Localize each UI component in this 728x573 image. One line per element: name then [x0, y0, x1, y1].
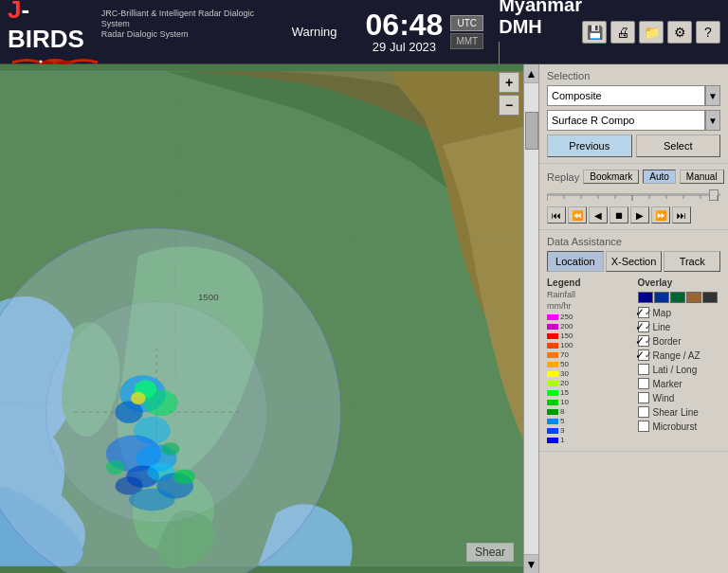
next-frame-button[interactable]: ⏩	[651, 206, 670, 224]
svg-point-22	[161, 442, 179, 456]
prev-select-row: Previous Select	[547, 134, 720, 157]
overlay-wind: Wind	[638, 392, 721, 403]
auto-button[interactable]: Auto	[643, 170, 676, 184]
map-checkbox[interactable]: ✓	[638, 307, 649, 318]
marker-checkbox[interactable]	[638, 378, 649, 389]
overlay-marker: Marker	[638, 378, 721, 389]
scroll-down-button[interactable]: ▼	[524, 554, 538, 573]
scrollbar-thumb[interactable]	[525, 112, 538, 150]
legend-col: Legend Rainfall mm/hr 250 200 150 100 70…	[547, 278, 630, 445]
logo-area: J-BIRDS JRC-Brilliant & Intelligent Rada…	[0, 0, 273, 73]
warning-area: Warning	[292, 25, 337, 39]
overlay-microburst: Microburst	[638, 421, 721, 432]
swatch-5[interactable]	[702, 292, 718, 303]
utc-button[interactable]: UTC	[450, 15, 483, 31]
overlay-title: Overlay	[638, 278, 721, 288]
wind-checkbox[interactable]	[638, 392, 649, 403]
skip-start-button[interactable]: ⏮	[547, 206, 566, 224]
shear-line-checkbox[interactable]	[638, 406, 649, 418]
overlay-lati-long: Lati / Long	[638, 364, 721, 375]
header: J-BIRDS JRC-Brilliant & Intelligent Rada…	[0, 0, 728, 64]
step-back-button[interactable]: ◀	[589, 206, 608, 224]
time-area: 06:48 29 Jul 2023	[366, 9, 444, 54]
map-label: Map	[653, 308, 671, 318]
svg-point-19	[129, 489, 175, 510]
time-display: 06:48	[366, 9, 444, 40]
replay-slider-area[interactable]	[547, 188, 720, 203]
svg-point-20	[173, 469, 195, 484]
swatch-1[interactable]	[638, 292, 653, 303]
data-assistance-section: Data Assistance Location X-Section Track…	[539, 230, 728, 452]
prev-frame-button[interactable]: ⏪	[568, 206, 587, 224]
main: 1500 + − Shear ▲ ▼	[0, 64, 728, 573]
map-scrollbar[interactable]: ▲ ▼	[523, 64, 538, 573]
play-button[interactable]: ▶	[630, 206, 649, 224]
toolbar: 💾 🖨 📁 ⚙ ?	[582, 21, 728, 44]
line-checkbox[interactable]: ✓	[638, 321, 649, 332]
logo-title: J-BIRDS	[8, 0, 96, 54]
sidebar: Selection Composite ▼ Surface R Compo ▼ …	[538, 64, 728, 573]
legend-entries: 250 200 150 100 70 50 30 20 15 10 8 5	[547, 313, 630, 444]
range-az-label: Range / AZ	[653, 350, 701, 361]
replay-ticks	[547, 195, 722, 203]
replay-header: Replay Bookmark Auto Manual	[547, 170, 720, 184]
map-area[interactable]: 1500 + − Shear	[0, 64, 523, 573]
composite-arrow[interactable]: ▼	[705, 85, 720, 106]
composite-select[interactable]: Composite	[547, 85, 705, 106]
previous-button[interactable]: Previous	[547, 134, 632, 157]
logo-subtitle-bot: Radar Dialogic System	[101, 29, 265, 40]
color-swatches	[638, 292, 721, 303]
svg-point-1	[40, 60, 43, 63]
border-checkbox[interactable]: ✓	[638, 335, 649, 347]
save-button[interactable]: 💾	[582, 21, 607, 44]
swatch-3[interactable]	[670, 292, 685, 303]
surface-arrow[interactable]: ▼	[705, 110, 720, 131]
lati-long-label: Lati / Long	[653, 365, 698, 375]
logo-subtitle-top: JRC-Brilliant & Intelligent Radar Dialog…	[101, 9, 265, 29]
replay-section: Replay Bookmark Auto Manual	[539, 164, 728, 230]
bookmark-button[interactable]: Bookmark	[583, 170, 639, 184]
location-tab[interactable]: Location	[547, 251, 604, 272]
manual-button[interactable]: Manual	[680, 170, 724, 184]
playback-controls: ⏮ ⏪ ◀ ⏹ ▶ ⏩ ⏭	[547, 206, 720, 224]
help-button[interactable]: ?	[696, 21, 720, 44]
swatch-4[interactable]	[686, 292, 701, 303]
track-tab[interactable]: Track	[664, 251, 720, 272]
replay-label: Replay	[547, 171, 579, 183]
swatch-2[interactable]	[654, 292, 669, 303]
shear-line-label: Shear Line	[653, 407, 699, 418]
zoom-out-button[interactable]: −	[499, 95, 519, 116]
mmt-button[interactable]: MMT	[450, 33, 483, 49]
print-button[interactable]: 🖨	[610, 21, 635, 44]
legend-overlay: Legend Rainfall mm/hr 250 200 150 100 70…	[547, 278, 720, 445]
warning-label: Warning	[292, 25, 337, 39]
svg-text:1500: 1500	[198, 292, 219, 302]
skip-end-button[interactable]: ⏭	[672, 206, 691, 224]
x-section-tab[interactable]: X-Section	[606, 251, 663, 272]
border-label: Border	[653, 336, 682, 347]
marker-label: Marker	[653, 379, 682, 389]
composite-row: Composite ▼	[547, 85, 720, 106]
surface-select[interactable]: Surface R Compo	[547, 110, 705, 131]
zoom-controls: + −	[499, 72, 519, 117]
station-name: Myanmar DMH	[499, 0, 582, 38]
data-tabs: Location X-Section Track	[547, 251, 720, 272]
settings-button[interactable]: ⚙	[667, 21, 692, 44]
select-button[interactable]: Select	[636, 134, 721, 157]
station-area: Myanmar DMH	[499, 0, 582, 70]
scroll-up-button[interactable]: ▲	[524, 64, 538, 83]
overlay-border: ✓ Border	[638, 335, 721, 347]
wind-label: Wind	[653, 393, 675, 403]
map-svg: 1500	[0, 64, 523, 573]
overlay-col: Overlay ✓ Map	[638, 278, 721, 445]
microburst-checkbox[interactable]	[638, 421, 649, 432]
lati-long-checkbox[interactable]	[638, 364, 649, 375]
legend-rainfall-label: Rainfall	[547, 290, 630, 299]
range-az-checkbox[interactable]: ✓	[638, 349, 649, 361]
stop-button[interactable]: ⏹	[610, 206, 628, 224]
selection-section: Selection Composite ▼ Surface R Compo ▼ …	[539, 64, 728, 164]
zoom-in-button[interactable]: +	[499, 72, 519, 93]
legend-unit: mm/hr	[547, 301, 630, 311]
folder-button[interactable]: 📁	[639, 21, 664, 44]
legend-title: Legend	[547, 278, 630, 288]
